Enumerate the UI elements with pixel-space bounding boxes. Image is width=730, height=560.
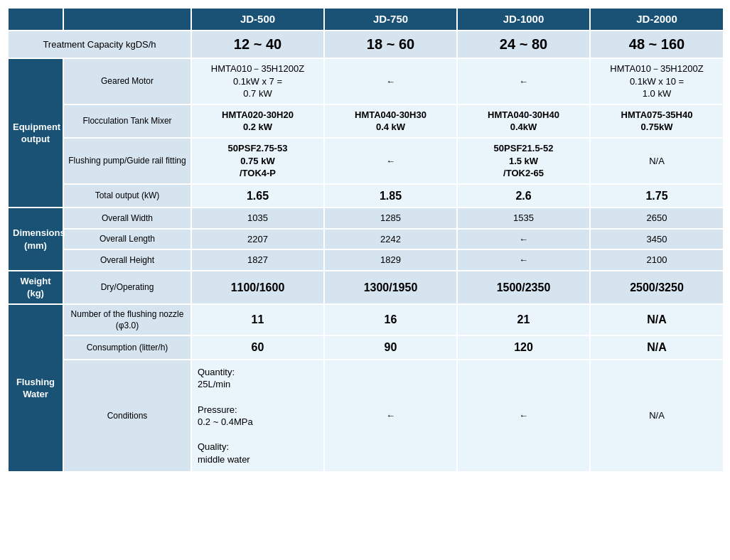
spec-table: JD-500 JD-750 JD-1000 JD-2000 Treatment … — [7, 7, 724, 473]
flushing-pump-jd2000: N/A — [590, 138, 724, 184]
geared-motor-jd1000: ← — [457, 58, 590, 104]
nozzle-row: Flushing Water Number of the flushing no… — [8, 304, 724, 335]
conditions-row: Conditions Quantity: 25L/min Pressure: 0… — [8, 360, 724, 472]
consumption-row: Consumption (litter/h) 60 90 120 N/A — [8, 335, 724, 360]
consumption-jd1000: 120 — [457, 335, 590, 360]
empty-header-sub — [63, 8, 191, 31]
overall-height-jd500: 1827 — [191, 249, 324, 271]
nozzle-sub: Number of the flushing nozzle (φ3.0) — [63, 304, 191, 335]
overall-width-row: Dimensions (mm) Overall Width 1035 1285 … — [8, 208, 724, 229]
weight-jd1000: 1500/2350 — [457, 271, 590, 304]
consumption-jd2000: N/A — [590, 335, 724, 360]
geared-motor-row: Equipment output Geared Motor HMTA010－35… — [8, 58, 724, 104]
flocculation-jd2000: HMTA075-35H40 0.75kW — [590, 104, 724, 138]
overall-length-row: Overall Length 2207 2242 ← 3450 — [8, 229, 724, 250]
flocculation-sub: Flocculation Tank Mixer — [63, 104, 191, 138]
overall-width-jd1000: 1535 — [457, 208, 590, 229]
geared-motor-jd750: ← — [324, 58, 457, 104]
flushing-pump-row: Flushing pump/Guide rail fitting 50PSF2.… — [8, 138, 724, 184]
capacity-jd1000: 24 ~ 80 — [457, 31, 590, 58]
capacity-label: Treatment Capacity kgDS/h — [8, 31, 191, 58]
geared-motor-jd500: HMTA010－35H1200Z 0.1kW x 7 = 0.7 kW — [191, 58, 324, 104]
flocculation-row: Flocculation Tank Mixer HMTA020-30H20 0.… — [8, 104, 724, 138]
flocculation-jd750: HMTA040-30H30 0.4 kW — [324, 104, 457, 138]
nozzle-jd1000: 21 — [457, 304, 590, 335]
consumption-jd500: 60 — [191, 335, 324, 360]
equipment-output-label: Equipment output — [8, 58, 63, 208]
overall-length-jd500: 2207 — [191, 229, 324, 250]
conditions-jd500: Quantity: 25L/min Pressure: 0.2 ~ 0.4MPa… — [191, 360, 324, 472]
total-output-jd2000: 1.75 — [590, 184, 724, 208]
capacity-jd750: 18 ~ 60 — [324, 31, 457, 58]
geared-motor-sub: Geared Motor — [63, 58, 191, 104]
overall-length-sub: Overall Length — [63, 229, 191, 250]
conditions-sub: Conditions — [63, 360, 191, 472]
capacity-row: Treatment Capacity kgDS/h 12 ~ 40 18 ~ 6… — [8, 31, 724, 58]
overall-width-jd2000: 2650 — [590, 208, 724, 229]
capacity-jd2000: 48 ~ 160 — [590, 31, 724, 58]
nozzle-jd500: 11 — [191, 304, 324, 335]
total-output-row: Total output (kW) 1.65 1.85 2.6 1.75 — [8, 184, 724, 208]
consumption-jd750: 90 — [324, 335, 457, 360]
total-output-jd750: 1.85 — [324, 184, 457, 208]
geared-motor-jd2000: HMTA010－35H1200Z 0.1kW x 10 = 1.0 kW — [590, 58, 724, 104]
flocculation-jd500: HMTA020-30H20 0.2 kW — [191, 104, 324, 138]
overall-height-row: Overall Height 1827 1829 ← 2100 — [8, 249, 724, 271]
nozzle-jd750: 16 — [324, 304, 457, 335]
header-models-row: JD-500 JD-750 JD-1000 JD-2000 — [8, 8, 724, 31]
total-output-jd1000: 2.6 — [457, 184, 590, 208]
model-jd750: JD-750 — [324, 8, 457, 31]
dimensions-label: Dimensions (mm) — [8, 208, 63, 271]
empty-header-cat — [8, 8, 63, 31]
total-output-sub: Total output (kW) — [63, 184, 191, 208]
overall-length-jd2000: 3450 — [590, 229, 724, 250]
overall-width-sub: Overall Width — [63, 208, 191, 229]
weight-jd750: 1300/1950 — [324, 271, 457, 304]
nozzle-jd2000: N/A — [590, 304, 724, 335]
weight-label: Weight (kg) — [8, 271, 63, 304]
overall-height-jd1000: ← — [457, 249, 590, 271]
overall-height-sub: Overall Height — [63, 249, 191, 271]
weight-row: Weight (kg) Dry/Operating 1100/1600 1300… — [8, 271, 724, 304]
conditions-jd750: ← — [324, 360, 457, 472]
dry-operating-sub: Dry/Operating — [63, 271, 191, 304]
model-jd2000: JD-2000 — [590, 8, 724, 31]
weight-jd2000: 2500/3250 — [590, 271, 724, 304]
model-jd1000: JD-1000 — [457, 8, 590, 31]
model-jd500: JD-500 — [191, 8, 324, 31]
conditions-jd1000: ← — [457, 360, 590, 472]
flushing-pump-jd1000: 50PSF21.5-52 1.5 kW /TOK2-65 — [457, 138, 590, 184]
flocculation-jd1000: HMTA040-30H40 0.4kW — [457, 104, 590, 138]
overall-width-jd750: 1285 — [324, 208, 457, 229]
overall-length-jd1000: ← — [457, 229, 590, 250]
overall-height-jd750: 1829 — [324, 249, 457, 271]
consumption-sub: Consumption (litter/h) — [63, 335, 191, 360]
weight-jd500: 1100/1600 — [191, 271, 324, 304]
flushing-pump-sub: Flushing pump/Guide rail fitting — [63, 138, 191, 184]
conditions-jd2000: N/A — [590, 360, 724, 472]
flushing-water-label: Flushing Water — [8, 304, 63, 472]
overall-height-jd2000: 2100 — [590, 249, 724, 271]
total-output-jd500: 1.65 — [191, 184, 324, 208]
flushing-pump-jd750: ← — [324, 138, 457, 184]
overall-width-jd500: 1035 — [191, 208, 324, 229]
flushing-pump-jd500: 50PSF2.75-53 0.75 kW /TOK4-P — [191, 138, 324, 184]
overall-length-jd750: 2242 — [324, 229, 457, 250]
spec-table-wrapper: JD-500 JD-750 JD-1000 JD-2000 Treatment … — [7, 7, 723, 473]
capacity-jd500: 12 ~ 40 — [191, 31, 324, 58]
